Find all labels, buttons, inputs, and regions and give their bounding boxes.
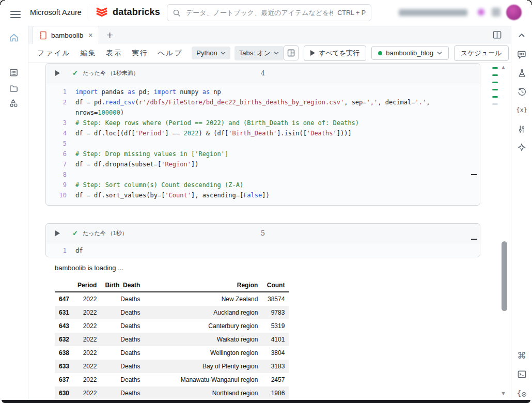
hamburger-menu-icon[interactable] <box>10 9 21 17</box>
home-icon[interactable] <box>9 33 19 43</box>
table-cell: 2022 <box>73 386 101 400</box>
line-number: 8 <box>46 169 67 180</box>
notebook-toolbar: ファイル 編集 表示 実行 ヘルプ Python Tabs: オン すべてを実行 <box>28 44 511 63</box>
dashboard-view-button[interactable] <box>284 45 299 60</box>
databricks-logo-icon <box>95 5 108 19</box>
apps-icon-blurred[interactable] <box>492 8 500 17</box>
table-row: 6382022DeathsWellington region3804 <box>55 346 289 360</box>
column-header: Period <box>73 279 101 292</box>
code-line[interactable]: 1import pandas as pd; import numpy as np <box>46 87 480 97</box>
notebook-canvas: ✓ たった今 （1秒未満） 4 1import pandas as pd; im… <box>28 63 511 403</box>
schedule-button[interactable]: スケジュール <box>454 45 509 61</box>
terminal-icon[interactable] <box>517 369 527 379</box>
close-icon[interactable]: × <box>88 31 92 39</box>
line-number: 2 <box>46 97 67 107</box>
line-number: 4 <box>46 128 67 138</box>
column-header: Region <box>144 279 262 292</box>
menu-edit[interactable]: 編集 <box>75 46 101 60</box>
format-code-check-icon[interactable]: { <box>517 388 527 398</box>
schedule-label: スケジュール <box>461 49 502 58</box>
table-cell: New Zealand <box>144 292 262 306</box>
code-editor[interactable]: 1df <box>46 243 480 258</box>
tabs-toggle-label: Tabs: オン <box>239 49 271 58</box>
code-line[interactable]: 9# Step: Sort column(s) Count descending… <box>46 180 480 190</box>
search-shortcut: CTRL + P <box>337 9 366 17</box>
table-cell: Deaths <box>101 373 144 386</box>
cluster-selector[interactable]: bamboolib_blog <box>371 46 449 60</box>
contents-list-icon[interactable] <box>9 68 19 78</box>
scrollbar-up-arrow[interactable]: ▲ <box>500 64 506 70</box>
cell-collapse-handle[interactable] <box>471 174 477 175</box>
table-cell: 643 <box>55 319 73 333</box>
cell-header: ✓ たった今 （1秒未満） 4 <box>46 64 480 83</box>
collapse-chevron-icon[interactable] <box>517 30 527 40</box>
table-cell: 2022 <box>73 319 101 333</box>
minimap-marker <box>492 74 498 76</box>
menu-run[interactable]: 実行 <box>127 46 153 60</box>
new-tab-button[interactable]: + <box>106 29 113 40</box>
folder-icon[interactable] <box>9 84 19 94</box>
cell-collapse-handle[interactable] <box>471 239 477 240</box>
databricks-logo[interactable]: databricks <box>95 5 160 19</box>
code-line[interactable]: 8 <box>46 169 480 180</box>
workspace-switcher-blurred[interactable] <box>399 9 467 16</box>
code-line[interactable]: 3# Step: Keep rows where (Period == 2022… <box>46 118 480 128</box>
cluster-status-dot <box>378 51 382 55</box>
catalog-icon[interactable] <box>9 98 19 109</box>
scrollbar-down-arrow[interactable]: ▼ <box>500 390 506 396</box>
table-cell: 2022 <box>73 292 101 306</box>
line-number: 9 <box>46 180 67 190</box>
table-cell: 2022 <box>73 306 101 319</box>
version-history-icon[interactable] <box>517 86 527 97</box>
tabs-toggle[interactable]: Tabs: オン <box>234 46 284 60</box>
menu-file[interactable]: ファイル <box>33 46 75 60</box>
line-number: 7 <box>46 159 67 169</box>
table-cell: Auckland region <box>144 306 262 319</box>
notebook-tab[interactable]: bamboolib × <box>33 26 99 44</box>
code-line[interactable]: 5 <box>46 138 480 149</box>
table-row: 6312022DeathsAuckland region9783 <box>55 306 289 319</box>
code-cell-2[interactable]: ✓ たった今 （1秒） 5 1df <box>45 223 480 257</box>
chevron-down-icon <box>221 51 226 55</box>
code-line[interactable]: 10df = df.sort_values(by=['Count'], asce… <box>46 190 480 200</box>
code-line[interactable]: 7df = df.dropna(subset=['Region']) <box>46 159 480 169</box>
status-icon-blurred[interactable] <box>478 9 484 16</box>
code-editor[interactable]: 1import pandas as pd; import numpy as np… <box>46 83 480 205</box>
minimap-marker <box>492 89 498 90</box>
table-cell: 2457 <box>262 373 289 386</box>
scrollbar-thumb[interactable] <box>502 241 507 311</box>
table-cell: Deaths <box>101 306 144 319</box>
chevron-down-icon <box>437 51 442 55</box>
run-all-button[interactable]: すべてを実行 <box>304 45 366 61</box>
code-cell-1[interactable]: ✓ たった今 （1秒未満） 4 1import pandas as pd; im… <box>45 63 480 206</box>
table-header-row: PeriodBirth_DeathRegionCount <box>55 279 289 292</box>
line-number: 3 <box>46 118 67 128</box>
global-search[interactable]: CTRL + P <box>167 4 371 21</box>
bamboolib-loading-text: bamboolib is loading ... <box>55 264 289 272</box>
language-selector[interactable]: Python <box>192 47 230 59</box>
experiments-flask-icon[interactable] <box>517 68 527 78</box>
code-line[interactable]: 2df = pd.read_csv(r'/dbfs/FileStore/bd_d… <box>46 97 480 107</box>
search-input[interactable] <box>185 8 334 17</box>
table-cell: 9783 <box>262 306 289 319</box>
minimap-marker <box>492 96 498 98</box>
table-cell: Manawatu-Wanganui region <box>144 373 262 386</box>
code-line[interactable]: nrows=100000) <box>46 107 480 118</box>
code-line[interactable]: 1df <box>46 245 480 256</box>
code-line[interactable]: 4df = df.loc[(df['Period'] == 2022) & (d… <box>46 128 480 138</box>
table-cell: Deaths <box>101 292 144 306</box>
code-line[interactable]: 6# Step: Drop missing values in ['Region… <box>46 149 480 159</box>
comments-icon[interactable] <box>517 50 527 60</box>
settings-sliders-icon[interactable] <box>517 124 527 134</box>
menu-view[interactable]: 表示 <box>101 46 127 60</box>
menu-help[interactable]: ヘルプ <box>153 46 187 60</box>
table-cell: Deaths <box>101 386 144 400</box>
variables-icon[interactable]: {x} <box>517 105 527 115</box>
run-all-label: すべてを実行 <box>319 49 359 58</box>
assistant-sparkle-icon[interactable] <box>517 142 527 152</box>
avatar[interactable] <box>506 5 522 20</box>
table-cell: Wellington region <box>144 346 262 360</box>
line-number: 1 <box>46 87 67 97</box>
keyboard-shortcuts-icon[interactable]: ⌘ <box>517 350 527 361</box>
panel-toggle-icon[interactable] <box>492 30 502 40</box>
